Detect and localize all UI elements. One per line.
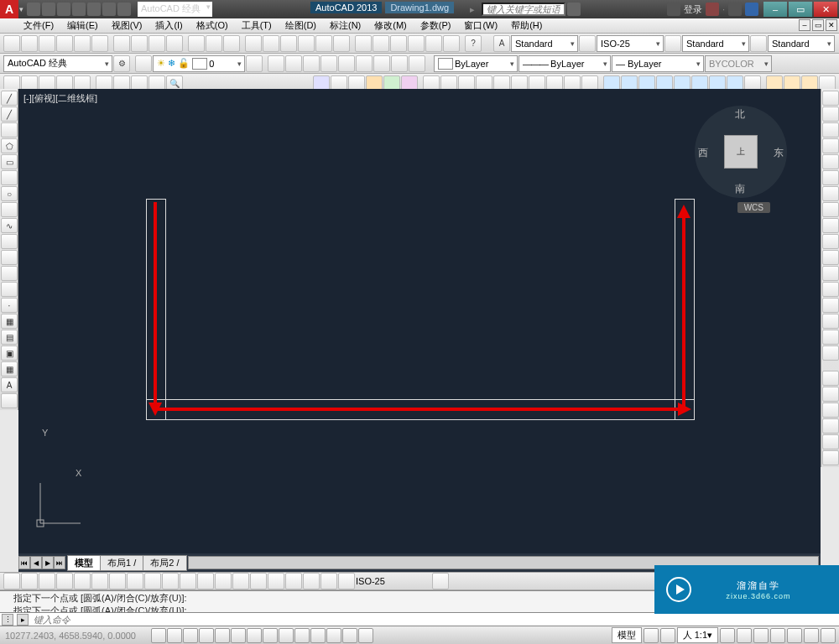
wcs-badge[interactable]: WCS xyxy=(737,202,770,213)
dimlinear-icon[interactable] xyxy=(3,573,20,589)
mleaderstyle-icon[interactable] xyxy=(750,35,767,52)
view-cube[interactable]: 上 北 南 东 西 xyxy=(695,106,787,198)
dimstyle2-icon[interactable] xyxy=(432,573,449,589)
tab-layout1[interactable]: 布局1 / xyxy=(100,555,143,571)
dimord-icon[interactable] xyxy=(56,573,73,589)
isolate-icon[interactable] xyxy=(804,628,819,643)
publish-icon[interactable] xyxy=(91,35,108,52)
quickview-drawings-icon[interactable] xyxy=(660,628,675,643)
qp-toggle[interactable] xyxy=(326,628,341,643)
exchange-icon[interactable] xyxy=(706,3,719,16)
zoomprev-icon[interactable] xyxy=(280,35,297,52)
copy-icon[interactable] xyxy=(131,35,148,52)
properties-icon[interactable] xyxy=(355,35,372,52)
dim-style-dropdown-2[interactable]: ISO-25 xyxy=(356,576,431,586)
break-icon[interactable] xyxy=(822,266,839,281)
layer-dropdown[interactable]: ☀ ❄ 🔓 0 xyxy=(153,55,245,72)
mleaderstyle-dropdown[interactable]: Standard xyxy=(768,35,835,52)
showmotion-icon[interactable] xyxy=(333,35,350,52)
viewcube-face[interactable]: 上 xyxy=(724,135,758,169)
color-dropdown[interactable]: ByLayer xyxy=(434,55,518,72)
ws-switch-icon[interactable] xyxy=(753,628,769,643)
viewcube-north[interactable]: 北 xyxy=(735,107,745,122)
viewcube-south[interactable]: 南 xyxy=(735,182,745,196)
qdim-icon[interactable] xyxy=(144,573,161,589)
save-icon[interactable] xyxy=(57,3,70,16)
annovis-icon[interactable] xyxy=(720,628,735,643)
undo-icon[interactable] xyxy=(102,3,116,16)
drawordr2-icon[interactable] xyxy=(822,387,839,402)
otrack-toggle[interactable] xyxy=(247,628,262,643)
point-icon[interactable]: · xyxy=(1,298,18,313)
tpy-toggle[interactable] xyxy=(310,628,326,643)
dimcont-icon[interactable] xyxy=(180,573,196,589)
diminspect-icon[interactable] xyxy=(268,573,284,589)
staysconnected-icon[interactable] xyxy=(728,3,742,16)
polar-toggle[interactable] xyxy=(199,628,214,643)
doc-minimize-button[interactable]: – xyxy=(799,19,810,31)
fillet-icon[interactable] xyxy=(822,314,839,329)
polygon-icon[interactable]: ⬠ xyxy=(1,138,18,153)
stretch-icon[interactable] xyxy=(822,218,839,233)
addselected-icon[interactable] xyxy=(1,393,18,408)
minimize-button[interactable]: – xyxy=(763,2,787,17)
plotstyle-dropdown[interactable]: BYCOLOR xyxy=(705,55,772,72)
cut-icon[interactable] xyxy=(113,35,130,52)
doc-close-button[interactable]: ✕ xyxy=(826,19,837,31)
dimspace-icon[interactable] xyxy=(197,573,214,589)
layerfrz-icon[interactable] xyxy=(338,55,355,72)
print-icon[interactable] xyxy=(56,35,73,52)
layeriso-icon[interactable] xyxy=(303,55,320,72)
blockeditor-icon[interactable] xyxy=(188,35,205,52)
menu-modify[interactable]: 修改(M) xyxy=(367,18,414,33)
move-icon[interactable] xyxy=(822,170,839,185)
3dosnap-toggle[interactable] xyxy=(231,628,246,643)
blend-icon[interactable] xyxy=(822,330,839,345)
app-menu-button[interactable]: A xyxy=(0,0,18,18)
layerstate-icon[interactable] xyxy=(285,55,302,72)
sheetset-icon[interactable] xyxy=(408,35,425,52)
menu-draw[interactable]: 绘图(D) xyxy=(279,18,323,33)
viewcube-west[interactable]: 西 xyxy=(698,146,708,160)
dimstyle-icon[interactable] xyxy=(579,35,596,52)
layerunlock-icon[interactable] xyxy=(409,55,425,72)
drawordr1-icon[interactable] xyxy=(822,371,839,386)
paste-icon[interactable] xyxy=(149,35,165,52)
dimedit-icon[interactable] xyxy=(303,573,320,589)
menu-insert[interactable]: 插入(I) xyxy=(149,18,189,33)
line-icon[interactable]: ╱ xyxy=(1,91,18,106)
drawordr4-icon[interactable] xyxy=(822,418,839,434)
dimstyle-dropdown[interactable]: ISO-25 xyxy=(597,35,664,52)
circle-icon[interactable]: ○ xyxy=(1,186,18,201)
mirror-icon[interactable] xyxy=(822,122,839,138)
linetype-dropdown[interactable]: ——— ByLayer xyxy=(519,55,611,72)
viewcube-east[interactable]: 东 xyxy=(774,146,784,160)
trim-icon[interactable] xyxy=(822,234,839,249)
commandline-handle-icon[interactable]: ⋮ xyxy=(2,614,13,626)
open-icon[interactable] xyxy=(21,35,38,52)
redo-icon[interactable] xyxy=(117,3,131,16)
layerprops-icon[interactable] xyxy=(135,55,152,72)
tablestyle-icon[interactable] xyxy=(664,35,681,52)
spline-icon[interactable]: ∿ xyxy=(1,218,18,233)
erase-icon[interactable] xyxy=(822,91,839,106)
plot-icon[interactable] xyxy=(87,3,101,16)
tab-model[interactable]: 模型 xyxy=(67,555,101,571)
ortho-toggle[interactable] xyxy=(183,628,198,643)
modelspace-button[interactable]: 模型 xyxy=(612,627,642,643)
signin-label[interactable]: 登录 xyxy=(684,3,702,16)
search-icon[interactable] xyxy=(567,3,581,16)
dimupdate-icon[interactable] xyxy=(338,573,355,589)
offset-icon[interactable] xyxy=(822,138,839,153)
layeron-icon[interactable] xyxy=(373,55,390,72)
quickcalc-icon[interactable] xyxy=(443,35,460,52)
annoscale-dropdown[interactable]: 人 1:1▾ xyxy=(677,627,718,643)
zoom-icon[interactable] xyxy=(263,35,279,52)
textstyle-icon[interactable]: A xyxy=(493,35,510,52)
layerprev-icon[interactable] xyxy=(268,55,284,72)
ellipse-icon[interactable] xyxy=(1,234,18,249)
dimjogline-icon[interactable] xyxy=(285,573,302,589)
coordinates-display[interactable]: 10277.2403, 4658.5940, 0.0000 xyxy=(0,631,151,641)
scale-icon[interactable] xyxy=(822,202,839,217)
array-icon[interactable] xyxy=(822,154,839,169)
